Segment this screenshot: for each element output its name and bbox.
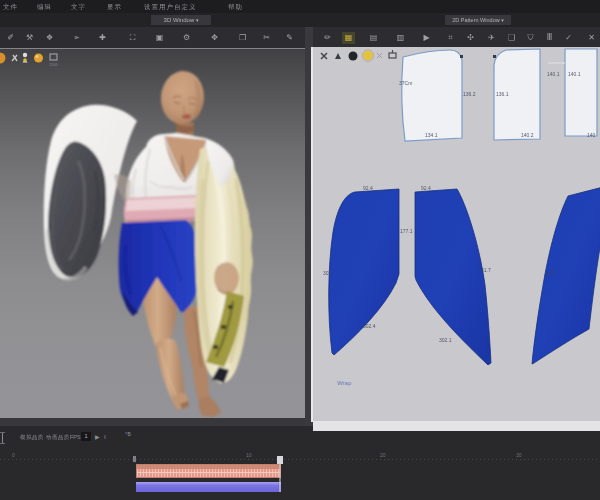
- svg-text:177.1: 177.1: [400, 228, 413, 234]
- svg-text:134.1: 134.1: [425, 132, 438, 138]
- svg-text:Wrap: Wrap: [337, 380, 352, 386]
- svg-text:302.1: 302.1: [439, 337, 452, 343]
- svg-text:302.4: 302.4: [363, 323, 376, 329]
- svg-text:41.7: 41.7: [481, 267, 491, 273]
- svg-text:140: 140: [587, 132, 596, 138]
- svg-text:307: 307: [546, 270, 555, 276]
- svg-text:136.2: 136.2: [463, 91, 476, 97]
- svg-text:92.4: 92.4: [363, 185, 373, 191]
- svg-text:92.4: 92.4: [421, 185, 431, 191]
- svg-text:140.1: 140.1: [547, 71, 560, 77]
- svg-text:140.2: 140.2: [521, 132, 534, 138]
- svg-text:136.1: 136.1: [496, 91, 509, 97]
- svg-text:307: 307: [323, 270, 332, 276]
- svg-text:37Cm: 37Cm: [399, 80, 412, 86]
- svg-text:140.1: 140.1: [568, 71, 581, 77]
- svg-text:1500: 1500: [49, 62, 59, 67]
